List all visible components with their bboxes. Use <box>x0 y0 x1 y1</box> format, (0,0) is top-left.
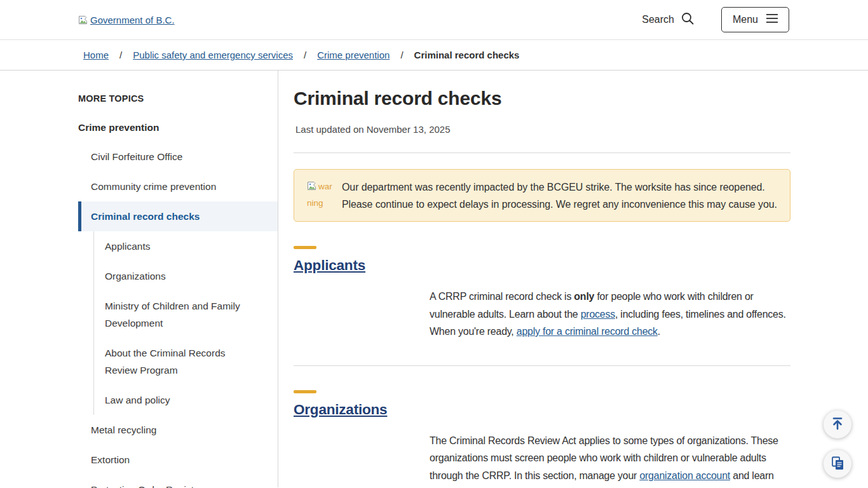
search-button[interactable]: Search <box>638 11 698 29</box>
breadcrumb: Home / Public safety and emergency servi… <box>0 40 868 71</box>
warning-broken-image: warning <box>307 179 334 213</box>
arrow-up-icon <box>831 417 844 433</box>
sidebar-item-about-crrp[interactable]: About the Criminal Records Review Progra… <box>94 338 278 385</box>
section-body: The Criminal Records Review Act applies … <box>430 432 790 488</box>
section-body: A CRRP criminal record check is only for… <box>430 288 790 341</box>
header-actions: Search Menu <box>638 7 789 32</box>
last-updated-text: Last updated on November 13, 2025 <box>295 124 790 135</box>
logo-alt-text: Government of B.C. <box>90 15 175 25</box>
breadcrumb-separator: / <box>304 50 306 60</box>
gold-accent-bar <box>294 390 316 393</box>
alert-message: Our department was recently impacted by … <box>342 179 777 213</box>
sidebar-subtopic-list: Applicants Organizations Ministry of Chi… <box>93 231 278 415</box>
search-icon <box>681 11 695 28</box>
gold-accent-bar <box>294 246 316 249</box>
breadcrumb-link-home[interactable]: Home <box>83 50 109 60</box>
sidebar-item-civil-forfeiture-office[interactable]: Civil Forfeiture Office <box>78 142 278 172</box>
bold-text: only <box>574 291 594 302</box>
sidebar-item-community-crime-prevention[interactable]: Community crime prevention <box>78 172 278 201</box>
divider <box>294 152 790 153</box>
sidebar-item-applicants[interactable]: Applicants <box>94 231 278 261</box>
sidebar-section-label: MORE TOPICS <box>78 93 278 104</box>
copy-icon <box>831 456 844 472</box>
section-heading-organizations: Organizations <box>294 402 790 418</box>
section-organizations: Organizations The Criminal Records Revie… <box>294 390 790 488</box>
sidebar-item-crime-prevention[interactable]: Crime prevention <box>78 122 278 133</box>
sidebar-item-metal-recycling[interactable]: Metal recycling <box>78 415 278 445</box>
sidebar-item-extortion[interactable]: Extortion <box>78 445 278 475</box>
section-applicants: Applicants A CRRP criminal record check … <box>294 246 790 341</box>
inline-link[interactable]: process <box>581 309 615 320</box>
sidebar-topic-list: Civil Forfeiture Office Community crime … <box>78 142 278 488</box>
breadcrumb-link-public-safety[interactable]: Public safety and emergency services <box>133 50 293 60</box>
breadcrumb-separator: / <box>400 50 403 60</box>
sidebar-item-criminal-record-checks[interactable]: Criminal record checks <box>78 201 278 231</box>
copy-page-button[interactable] <box>824 450 851 478</box>
sidebar-item-ministry-children-family[interactable]: Ministry of Children and Family Developm… <box>94 291 278 338</box>
organizations-paragraph: The Criminal Records Review Act applies … <box>430 432 790 488</box>
inline-link[interactable]: apply for a criminal record check <box>517 326 658 337</box>
search-label: Search <box>642 14 674 25</box>
applicants-paragraph: A CRRP criminal record check is only for… <box>430 288 790 341</box>
sidebar-item-organizations[interactable]: Organizations <box>94 261 278 291</box>
sidebar-nav: MORE TOPICS Crime prevention Civil Forfe… <box>0 71 278 487</box>
breadcrumb-separator: / <box>119 50 122 60</box>
breadcrumb-current-page: Criminal record checks <box>414 50 520 60</box>
warning-alert-banner: warning Our department was recently impa… <box>294 169 790 222</box>
sidebar-item-law-and-policy[interactable]: Law and policy <box>94 385 278 415</box>
applicants-heading-link[interactable]: Applicants <box>294 257 365 273</box>
site-header: Government of B.C. Search Menu <box>0 0 868 40</box>
government-bc-logo-link[interactable]: Government of B.C. <box>78 15 175 25</box>
organizations-heading-link[interactable]: Organizations <box>294 402 387 417</box>
back-to-top-button[interactable] <box>824 410 851 438</box>
breadcrumb-link-crime-prevention[interactable]: Crime prevention <box>317 50 390 60</box>
menu-label: Menu <box>733 14 758 25</box>
hamburger-icon <box>766 14 778 25</box>
menu-button[interactable]: Menu <box>721 7 789 32</box>
inline-link[interactable]: organization account <box>639 470 730 481</box>
main-content: Criminal record checks Last updated on N… <box>278 71 868 487</box>
broken-image-icon <box>78 15 89 25</box>
page-title: Criminal record checks <box>294 88 790 109</box>
divider <box>294 365 790 366</box>
sidebar-item-protection-order-registry[interactable]: Protection Order Registry <box>78 475 278 488</box>
section-heading-applicants: Applicants <box>294 257 790 274</box>
floating-action-buttons <box>824 410 851 478</box>
